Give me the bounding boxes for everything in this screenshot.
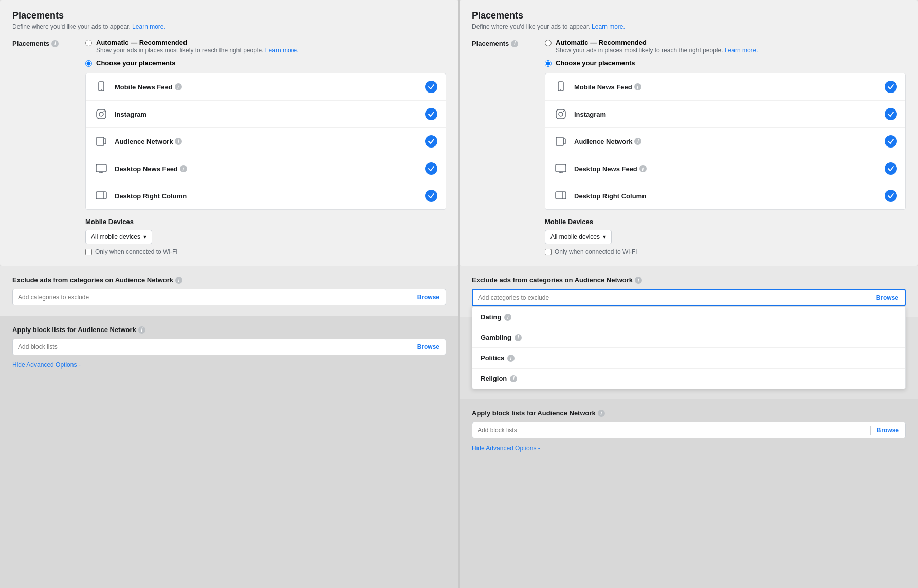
mobile-news-feed-icon [95, 81, 107, 93]
right-audience-check [885, 135, 897, 148]
left-automatic-learn-more[interactable]: Learn more. [265, 47, 299, 54]
left-exclude-input[interactable] [13, 289, 411, 305]
right-automatic-radio[interactable] [545, 40, 552, 46]
left-label-col: Placements i [12, 39, 69, 255]
right-politics-info-icon[interactable]: i [507, 355, 515, 362]
left-exclude-info-icon[interactable]: i [175, 277, 182, 284]
left-wifi-option: Only when connected to Wi-Fi [85, 248, 446, 255]
svg-rect-22 [556, 192, 566, 199]
left-exclude-browse-btn[interactable]: Browse [411, 289, 446, 305]
left-mobile-info-icon[interactable]: i [175, 83, 182, 90]
right-placements-card: Placements Define where you'd like your … [460, 0, 918, 266]
left-placement-instagram[interactable]: Instagram [86, 101, 446, 128]
right-automatic-option: Automatic — Recommended Show your ads in… [545, 39, 906, 54]
left-placements-card: Placements Define where you'd like your … [0, 0, 458, 266]
left-mobile-devices-section: Mobile Devices All mobile devices ▾ Only… [85, 218, 446, 255]
right-dropdown-chevron-icon: ▾ [603, 233, 606, 241]
right-desktop-right-icon [554, 189, 568, 203]
right-automatic-learn-more[interactable]: Learn more. [725, 47, 758, 54]
right-apply-browse-btn[interactable]: Browse [871, 422, 905, 438]
right-placements-info-icon[interactable]: i [511, 40, 518, 47]
left-choose-radio[interactable] [85, 60, 92, 67]
right-mobile-info-icon[interactable]: i [634, 83, 641, 90]
right-exclude-input[interactable] [473, 290, 870, 305]
right-exclude-info-icon[interactable]: i [635, 277, 642, 284]
right-placement-desktop-right-column[interactable]: Desktop Right Column [545, 182, 905, 209]
svg-rect-17 [556, 137, 563, 145]
right-label-col: Placements i [472, 39, 528, 255]
left-placements-list: Mobile News Feed i [85, 73, 446, 210]
right-dating-info-icon[interactable]: i [504, 314, 511, 321]
right-audience-info-icon[interactable]: i [634, 138, 641, 145]
right-apply-block-section: Apply block lists for Audience Network i… [460, 399, 918, 588]
right-exclude-input-container: Browse [472, 289, 906, 306]
svg-rect-14 [556, 109, 565, 119]
right-dropdown-religion[interactable]: Religion i [472, 369, 905, 389]
left-apply-title: Apply block lists for Audience Network i [12, 326, 446, 334]
left-placement-mobile-news-feed[interactable]: Mobile News Feed i [86, 74, 446, 101]
left-desktop-feed-check [425, 162, 437, 175]
svg-point-16 [563, 111, 564, 112]
right-wifi-checkbox[interactable] [545, 249, 552, 255]
left-apply-info-icon[interactable]: i [138, 326, 145, 334]
left-mobile-check [425, 81, 437, 93]
left-mobile-icon [94, 80, 108, 94]
right-instagram-icon [554, 107, 568, 121]
right-exclude-dropdown-list: Dating i Gambling i Politics i Religion … [472, 306, 906, 389]
svg-rect-7 [96, 164, 106, 172]
left-automatic-radio[interactable] [85, 40, 92, 46]
left-audience-check [425, 135, 437, 148]
right-placement-desktop-news-feed[interactable]: Desktop News Feed i [545, 155, 905, 182]
right-exclude-browse-btn[interactable]: Browse [870, 290, 905, 305]
svg-point-15 [559, 112, 563, 116]
right-hide-advanced-link[interactable]: Hide Advanced Options - [472, 445, 540, 452]
svg-point-4 [104, 111, 105, 112]
svg-rect-19 [556, 164, 566, 172]
right-desktop-feed-icon [554, 161, 568, 176]
svg-point-3 [99, 112, 103, 116]
left-audience-icon [94, 134, 108, 149]
right-placements-options: Automatic — Recommended Show your ads in… [545, 39, 906, 255]
right-choose-radio[interactable] [545, 60, 552, 67]
left-learn-more-link[interactable]: Learn more. [132, 23, 166, 30]
left-instagram-check [425, 108, 437, 120]
right-religion-info-icon[interactable]: i [510, 375, 517, 382]
right-gambling-info-icon[interactable]: i [515, 334, 522, 341]
left-placement-audience-network[interactable]: Audience Network i [86, 128, 446, 155]
left-automatic-option: Automatic — Recommended Show your ads in… [85, 39, 446, 54]
right-apply-info-icon[interactable]: i [598, 410, 605, 417]
left-title: Placements [12, 10, 446, 21]
left-placements-options: Automatic — Recommended Show your ads in… [85, 39, 446, 255]
right-exclude-dropdown-wrapper: Browse Dating i Gambling i Politics i [472, 289, 906, 306]
svg-rect-6 [104, 139, 106, 144]
right-apply-input[interactable] [472, 422, 870, 438]
left-desktop-feed-info-icon[interactable]: i [180, 165, 187, 172]
left-placement-desktop-news-feed[interactable]: Desktop News Feed i [86, 155, 446, 182]
right-placement-mobile-news-feed[interactable]: Mobile News Feed i [545, 74, 905, 101]
left-audience-info-icon[interactable]: i [175, 138, 182, 145]
left-placements-info-icon[interactable]: i [51, 40, 59, 47]
right-placement-audience-network[interactable]: Audience Network i [545, 128, 905, 155]
left-desktop-right-check [425, 190, 437, 202]
right-exclude-title: Exclude ads from categories on Audience … [472, 276, 906, 284]
left-mobile-devices-dropdown[interactable]: All mobile devices ▾ [85, 230, 152, 244]
right-dropdown-dating[interactable]: Dating i [472, 307, 905, 327]
right-apply-title: Apply block lists for Audience Network i [472, 409, 906, 417]
left-wifi-checkbox[interactable] [85, 249, 92, 255]
left-apply-input[interactable] [13, 339, 411, 355]
left-exclude-input-container: Browse [12, 289, 446, 305]
right-desktop-feed-info-icon[interactable]: i [639, 165, 647, 172]
right-exclude-section: Exclude ads from categories on Audience … [460, 266, 918, 317]
right-placement-instagram[interactable]: Instagram [545, 101, 905, 128]
left-placement-desktop-right-column[interactable]: Desktop Right Column [86, 182, 446, 209]
right-learn-more-link[interactable]: Learn more. [592, 23, 625, 30]
right-dropdown-politics[interactable]: Politics i [472, 348, 905, 369]
svg-rect-2 [97, 109, 106, 119]
left-apply-browse-btn[interactable]: Browse [411, 339, 446, 355]
right-dropdown-gambling[interactable]: Gambling i [472, 327, 905, 348]
left-hide-advanced-link[interactable]: Hide Advanced Options - [12, 361, 81, 369]
left-desktop-feed-icon [94, 161, 108, 176]
left-exclude-section: Exclude ads from categories on Audience … [0, 266, 458, 316]
left-apply-input-container: Browse [12, 339, 446, 355]
right-mobile-devices-dropdown[interactable]: All mobile devices ▾ [545, 230, 612, 244]
